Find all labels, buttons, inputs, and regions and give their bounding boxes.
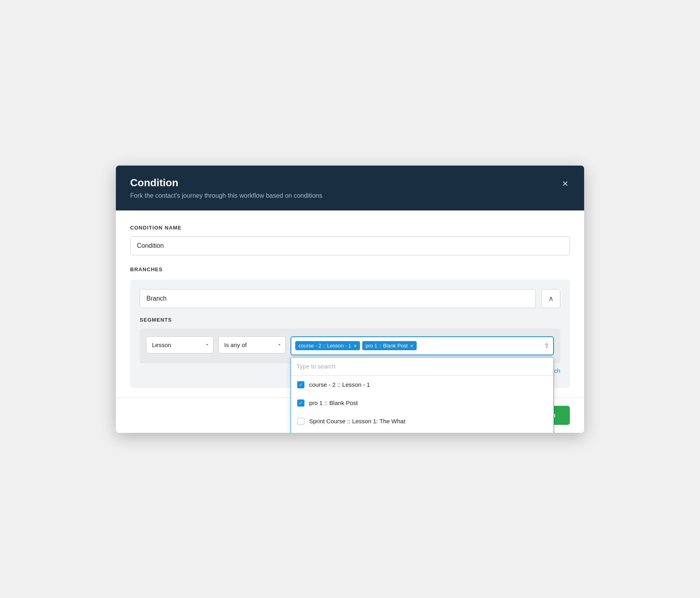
dropdown-checkbox-1 bbox=[297, 381, 304, 388]
tag-course-2-lesson-1: course - 2 :: Lesson - 1 × bbox=[295, 341, 360, 350]
dropdown-item-label-2: pro 1 :: Blank Post bbox=[309, 399, 358, 406]
modal-header: Condition Fork the contact's journey thr… bbox=[116, 166, 584, 210]
tag-pro1-blank-post: pro 1 :: Blank Post × bbox=[362, 341, 416, 350]
multiselect-arrow-icon: ⇧ bbox=[544, 342, 549, 349]
dropdown-item-label-3: Sprint Course :: Lesson 1: The What bbox=[309, 418, 405, 424]
condition-name-input[interactable] bbox=[130, 236, 570, 255]
branches-label: BRANCHES bbox=[130, 266, 570, 272]
modal-title: Condition bbox=[130, 177, 322, 189]
dropdown-item-4[interactable]: Sprint Course :: Lesson 2: The Why bbox=[291, 430, 554, 433]
condition-name-label: CONDITION NAME bbox=[130, 225, 570, 231]
dropdown-list: course - 2 :: Lesson - 1 pro 1 :: Blank … bbox=[291, 376, 554, 433]
multiselect-container: course - 2 :: Lesson - 1 × pro 1 :: Blan… bbox=[290, 336, 554, 355]
branch-toggle-button[interactable]: ∧ bbox=[541, 289, 560, 308]
dropdown-checkbox-3 bbox=[297, 418, 304, 425]
segment-field-select[interactable]: Lesson Tag Email bbox=[146, 336, 213, 353]
close-button[interactable]: × bbox=[561, 177, 570, 190]
tag-remove-button-2[interactable]: × bbox=[410, 343, 413, 349]
multiselect-display[interactable]: course - 2 :: Lesson - 1 × pro 1 :: Blan… bbox=[290, 336, 554, 355]
branch-header: ∧ bbox=[140, 289, 560, 308]
dropdown-search-input[interactable] bbox=[291, 357, 554, 376]
dropdown-panel: course - 2 :: Lesson - 1 pro 1 :: Blank … bbox=[290, 357, 554, 433]
tag-label: course - 2 :: Lesson - 1 bbox=[298, 343, 351, 349]
dropdown-item-1[interactable]: course - 2 :: Lesson - 1 bbox=[291, 376, 554, 394]
segment-operator-select[interactable]: Is any of Is not any of Is all of bbox=[218, 336, 286, 353]
dropdown-checkbox-2 bbox=[297, 399, 304, 407]
dropdown-item-3[interactable]: Sprint Course :: Lesson 1: The What bbox=[291, 412, 554, 430]
modal-body: CONDITION NAME BRANCHES ∧ SEGMENTS Lesso… bbox=[116, 210, 584, 388]
branch-card: ∧ SEGMENTS Lesson Tag Email Is any of Is… bbox=[130, 280, 570, 388]
dropdown-item-2[interactable]: pro 1 :: Blank Post bbox=[291, 394, 554, 412]
chevron-up-icon: ∧ bbox=[548, 294, 554, 303]
condition-modal: Condition Fork the contact's journey thr… bbox=[116, 166, 584, 433]
tag-remove-button[interactable]: × bbox=[354, 343, 357, 349]
dropdown-item-label-1: course - 2 :: Lesson - 1 bbox=[309, 381, 370, 388]
segments-label: SEGMENTS bbox=[140, 317, 560, 323]
segment-row: Lesson Tag Email Is any of Is not any of… bbox=[140, 328, 560, 363]
modal-subtitle: Fork the contact's journey through this … bbox=[130, 192, 322, 199]
tag-label: pro 1 :: Blank Post bbox=[365, 343, 408, 349]
modal-header-content: Condition Fork the contact's journey thr… bbox=[130, 177, 322, 199]
branch-name-input[interactable] bbox=[140, 289, 536, 308]
